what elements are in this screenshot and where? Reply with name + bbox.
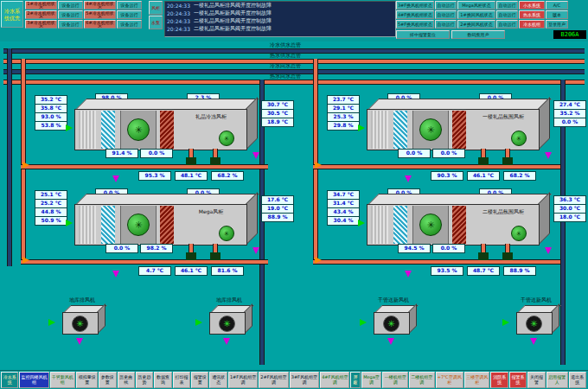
chiller-status-button[interactable]: 5#冷水机组状态 <box>84 10 116 19</box>
alarm-text: 一楼礼品风柜排风阀开度控制故障 <box>194 2 272 10</box>
fan-status-button[interactable]: A/C <box>546 1 568 10</box>
ahu-front-face: ✳ ✳ 礼品冷冻风柜 <box>74 109 247 150</box>
alarm-aux-button[interactable]: 排中报警复位 <box>396 30 450 39</box>
valve-readout: 0.0 % <box>140 149 173 158</box>
fan-status-button[interactable]: 小水系统 <box>519 1 545 10</box>
chiller-status-button[interactable]: 4#冷水机组状态 <box>84 1 116 10</box>
fan-icon: ✳ <box>419 118 442 141</box>
valve-icon[interactable] <box>478 157 489 165</box>
nav-button[interactable]: 三楼空调风柜 <box>464 372 490 388</box>
sensor-readout: 18.9 ℃ <box>261 118 294 127</box>
nav-button[interactable]: 2#F风机组空调 <box>259 372 288 388</box>
nav-button[interactable]: 3#F风机组空调 <box>290 372 319 388</box>
nav-button[interactable]: 退出系统 <box>569 372 586 388</box>
fan-status-button[interactable]: 3#F换风机组状态 <box>396 1 434 10</box>
pipe-label: 热水回水总管 <box>270 73 301 79</box>
fan-front-face: ✳ <box>62 312 99 335</box>
fan-status-button[interactable]: 自动运行 <box>435 10 457 19</box>
nav-button[interactable]: +7℃空调风柜 <box>436 372 463 388</box>
filter-section <box>393 206 407 244</box>
fan-status-button[interactable]: 自动运行 <box>496 1 518 10</box>
alarm-time: 20:24:33 <box>167 10 190 16</box>
nav-button[interactable]: 参数设置 <box>99 372 116 388</box>
chiller-status-button[interactable]: 设备运行 <box>58 10 83 19</box>
airflow-in-arrow-icon <box>358 124 365 131</box>
fan-status-button[interactable]: 5#F换风机组状态 <box>396 20 434 29</box>
valve-icon[interactable] <box>502 252 513 260</box>
fan-status-button[interactable]: 热水系统 <box>519 10 545 19</box>
nav-button[interactable]: 打印报表 <box>173 372 190 388</box>
valve-icon[interactable] <box>502 157 513 165</box>
nav-button[interactable]: 报警设置 <box>191 372 208 388</box>
nav-button[interactable]: 4#F风机组空调 <box>320 372 349 388</box>
fan-status-button[interactable]: 自动运行 <box>496 20 518 29</box>
alarm-text: 一楼礼品风柜新风阀开度控制故障 <box>194 10 272 17</box>
fan-status-button[interactable]: 4#F换风机组状态 <box>396 10 434 19</box>
valve-icon[interactable] <box>186 252 196 260</box>
airflow-out-arrow-icon <box>545 152 552 159</box>
airflow-in-arrow-icon <box>48 319 55 326</box>
fan-status-button[interactable]: Mega风柜状态 <box>457 1 495 10</box>
fan-status-button[interactable]: 自动运行 <box>435 20 457 29</box>
chiller-status-button[interactable]: 设备运行 <box>117 20 142 29</box>
nav-button[interactable]: 模拟量设置 <box>76 372 98 388</box>
fan-status-row: 4#F换风机组状态自动运行1#换回风机状态自动运行热水系统版本 <box>396 10 569 19</box>
sensor-readout: 18.0 ℃ <box>553 213 586 222</box>
alarm-row[interactable]: 20:24:33 二楼礼品风柜排风阀开度控制故障 <box>165 17 395 25</box>
alarm-row[interactable]: 20:24:33 二楼礼品风柜新风阀开度控制故障 <box>165 25 395 33</box>
valve-icon[interactable] <box>210 157 220 165</box>
fan-unit-label: 地库排风机 <box>43 297 121 304</box>
nav-button[interactable]: 监控四楼风机组 <box>19 372 48 388</box>
chiller-status-button[interactable]: 3#冷水机组状态 <box>25 20 57 29</box>
fan-icon: ✳ <box>219 131 234 146</box>
nav-button[interactable]: 干管新风机组 <box>50 372 76 388</box>
filter-section <box>101 206 115 244</box>
valve-readout: 0.0 % <box>398 149 431 158</box>
ahu-name-label: 礼品冷冻风柜 <box>177 113 245 119</box>
nav-button[interactable]: 消防系统 <box>490 372 508 388</box>
priority-mini-button[interactable]: 风柜 <box>149 1 163 15</box>
airflow-out-arrow-icon <box>405 175 412 182</box>
chiller-status-button[interactable]: 6#冷水机组状态 <box>84 20 116 29</box>
nav-button[interactable]: 屏蔽 <box>350 372 360 388</box>
valve-readout: 0.0 % <box>432 244 465 253</box>
nav-button[interactable]: 二楼机组空调 <box>409 372 435 388</box>
chiller-status-button[interactable]: 设备运行 <box>117 10 142 19</box>
chiller-status-button[interactable]: 设备运行 <box>58 20 83 29</box>
sensor-readout: 30.4 % <box>327 216 360 226</box>
alarm-row[interactable]: 20:24:33 一楼礼品风柜排风阀开度控制故障 <box>165 2 395 10</box>
alarm-aux-button[interactable]: 数码查用户 <box>451 30 505 39</box>
valve-readout: 90.3 % <box>431 171 463 181</box>
valve-icon[interactable] <box>478 252 489 260</box>
nav-button[interactable]: 启用报警人 <box>546 372 568 388</box>
chiller-status-button[interactable]: 设备运行 <box>117 1 142 10</box>
fan-status-button[interactable]: 自动运行 <box>435 1 457 10</box>
chiller-status-button[interactable]: 1#冷水机组状态 <box>25 1 57 10</box>
chiller-status-button[interactable]: 2#冷水机组状态 <box>25 10 57 19</box>
nav-button[interactable]: 一楼机组空调 <box>382 372 408 388</box>
nav-button[interactable]: 冷水系统 <box>1 372 18 388</box>
chiller-status-button[interactable]: 设备运行 <box>58 1 83 10</box>
fan-status-button[interactable]: 冷水机组 <box>519 20 545 29</box>
system-priority-button[interactable]: 冷水系统优先 <box>1 1 23 28</box>
fan-status-button[interactable]: 版本 <box>546 10 568 19</box>
nav-button[interactable]: 1#F风机组空调 <box>228 372 258 388</box>
nav-button[interactable]: 历史趋势 <box>136 372 153 388</box>
fan-status-button[interactable]: 1#换回风机状态 <box>457 10 495 19</box>
fan-status-button[interactable]: 登录用户 <box>546 20 568 29</box>
nav-button[interactable]: 关闭报警 <box>527 372 545 388</box>
nav-button[interactable]: 历史曲线 <box>118 372 135 388</box>
ahu-front-face: ✳ ✳ Mega风柜 <box>74 204 247 246</box>
nav-button[interactable]: 数据查询 <box>154 372 171 388</box>
priority-mini-button[interactable]: 水泵 <box>149 16 163 29</box>
nav-button[interactable]: Mega空调 <box>361 372 382 388</box>
fan-status-button[interactable]: 自动运行 <box>496 10 518 19</box>
valve-icon[interactable] <box>186 157 196 165</box>
pipe-label: 热水供水总管 <box>270 53 301 58</box>
nav-button[interactable]: 通讯状态 <box>209 372 227 388</box>
nav-button[interactable]: 报警系统 <box>509 372 527 388</box>
alarm-row[interactable]: 20:24:33 一楼礼品风柜新风阀开度控制故障 <box>165 10 395 17</box>
fan-status-button[interactable]: 2#换回风机状态 <box>457 20 495 29</box>
valve-icon[interactable] <box>210 252 220 260</box>
fan-icon: ✳ <box>511 131 527 146</box>
